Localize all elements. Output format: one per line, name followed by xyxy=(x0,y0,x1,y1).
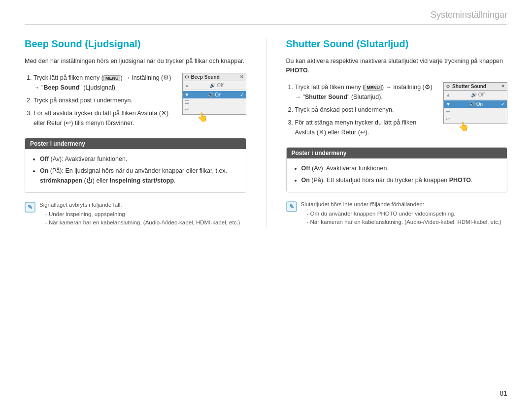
right-step-3: För att stänga menyn trycker du lätt på … xyxy=(295,118,436,137)
right-steps-list: Tryck lätt på fliken meny (MENU) → instä… xyxy=(286,82,436,140)
left-step-1: Tryck lätt på fliken meny (MENU) → instä… xyxy=(33,73,174,93)
right-menu-titlebar: ⚙ Shutter Sound ✕ xyxy=(444,83,507,91)
right-note-list: Om du använder knappen PHOTO under video… xyxy=(301,210,508,227)
hand-cursor-icon: 👆 xyxy=(197,112,246,123)
svg-text:✎: ✎ xyxy=(28,204,33,211)
left-menu-titlebar: ⚙ Beep Sound ✕ xyxy=(183,73,246,81)
left-column: Beep Sound (Ljudsignal) Med den här inst… xyxy=(25,38,246,227)
left-poster-item-2: On (På): En ljudsignal hörs när du använ… xyxy=(40,166,239,186)
right-note-box: ✎ Slutarljudet hörs inte under följande … xyxy=(286,200,508,227)
left-menu-body: ▲ 🔊 Off ▼ 🔊 On ✓ ☰ xyxy=(183,81,246,114)
right-menu-body: ▲ 🔊 Off ▼ 🔊 On ✓ ☰ xyxy=(444,91,507,124)
right-poster-item-2: On (På): Ett slutarljud hörs när du tryc… xyxy=(301,175,500,185)
right-menu-close: ✕ xyxy=(501,84,505,89)
left-section-title: Beep Sound (Ljudsignal) xyxy=(25,38,246,50)
gear-icon: ⚙ xyxy=(163,74,169,81)
left-poster-header: Poster i undermeny xyxy=(25,138,246,149)
left-note-item-2: När kameran har en kabelanslutning. (Aud… xyxy=(45,219,246,227)
gear-icon-small-right: ⚙ xyxy=(446,84,450,89)
left-note-title: Signalläget avbryts i följande fall: xyxy=(39,201,246,209)
page-header: Systeminställningar xyxy=(25,10,507,25)
left-menu-title: Beep Sound xyxy=(191,74,220,80)
right-menu-highlighted-row: ▼ 🔊 On ✓ xyxy=(444,100,507,108)
gear-icon-right: ⚙ xyxy=(425,84,431,91)
return-icon-right: ↩ xyxy=(360,129,366,136)
left-item1-bold: Off xyxy=(40,156,49,162)
left-menu-highlighted-row: ▼ 🔊 On ✓ xyxy=(183,91,246,98)
left-note-box: ✎ Signalläget avbryts i följande fall: U… xyxy=(25,201,246,227)
close-icon: ✕ xyxy=(161,110,166,117)
right-steps-with-image: Tryck lätt på fliken meny (MENU) → instä… xyxy=(286,82,508,140)
svg-text:✎: ✎ xyxy=(289,203,294,210)
right-menu-title: Shutter Sound xyxy=(452,84,486,89)
right-intro: Du kan aktivera respektive inaktivera sl… xyxy=(286,57,508,75)
page-container: Systeminställningar Beep Sound (Ljudsign… xyxy=(0,0,532,407)
right-poster-header: Poster i undermeny xyxy=(287,148,507,158)
right-step-1: Tryck lätt på fliken meny (MENU) → instä… xyxy=(295,82,436,102)
right-section-title: Shutter Sound (Slutarljud) xyxy=(286,38,508,50)
right-item2-bold: On xyxy=(301,177,310,184)
right-step-2: Tryck på önskad post i undermenyn. xyxy=(295,105,436,115)
menu-kbd: MENU xyxy=(103,75,121,81)
note-icon-right: ✎ xyxy=(286,201,297,212)
left-note-content: Signalläget avbryts i följande fall: Und… xyxy=(39,201,246,227)
left-menu-close: ✕ xyxy=(240,74,244,79)
two-col-layout: Beep Sound (Ljudsignal) Med den här inst… xyxy=(25,38,507,227)
left-menu-extra-row: ☰ xyxy=(183,98,246,106)
left-poster-box: Poster i undermeny Off (Av): Avaktiverar… xyxy=(25,138,246,193)
right-column: Shutter Sound (Slutarljud) Du kan aktive… xyxy=(286,38,508,227)
close-icon-right: ✕ xyxy=(319,129,324,136)
gear-icon-small: ⚙ xyxy=(185,74,189,80)
right-item1-bold: Off xyxy=(301,165,310,172)
left-poster-item-1: Off (Av): Avaktiverar funktionen. xyxy=(40,154,239,164)
page-number: 81 xyxy=(499,389,507,397)
menu-kbd-right: MENU xyxy=(365,85,382,91)
right-poster-box: Poster i undermeny Off (Av): Avaktiverar… xyxy=(286,147,508,192)
return-icon: ↩ xyxy=(66,120,71,126)
left-note-list: Under inspelning, uppspelning När kamera… xyxy=(39,210,246,227)
left-menu-screenshot: ⚙ Beep Sound ✕ ▲ 🔊 Off xyxy=(182,73,246,115)
left-menu-mockup: ⚙ Beep Sound ✕ ▲ 🔊 Off xyxy=(182,73,246,131)
right-menu-screenshot: ⚙ Shutter Sound ✕ ▲ 🔊 Off xyxy=(443,82,507,124)
left-step-3: För att avsluta trycker du lätt på flike… xyxy=(33,108,174,128)
left-steps-with-image: Tryck lätt på fliken meny (MENU) → instä… xyxy=(25,73,246,131)
note-icon-left: ✎ xyxy=(25,202,35,213)
left-step-2: Tryck på önskad post i undermenyn. xyxy=(33,95,174,105)
right-poster-item-1: Off (Av): Avaktiverar funktionen. xyxy=(301,163,500,173)
right-menu-mockup: ⚙ Shutter Sound ✕ ▲ 🔊 Off xyxy=(443,82,507,140)
right-note-title: Slutarljudet hörs inte under följande fö… xyxy=(301,200,508,209)
right-menu-extra-row: ☰ xyxy=(444,108,507,115)
col-divider xyxy=(266,38,266,227)
left-intro: Med den här inställningen hörs en ljudsi… xyxy=(25,57,246,66)
hand-cursor-icon-right: 👆 xyxy=(458,121,507,132)
right-poster-body: Off (Av): Avaktiverar funktionen. On (På… xyxy=(287,158,507,192)
right-note-content: Slutarljudet hörs inte under följande fö… xyxy=(301,200,508,227)
left-steps-list: Tryck lätt på fliken meny (MENU) → instä… xyxy=(25,73,174,131)
left-item2-bold: On xyxy=(40,167,48,174)
left-poster-body: Off (Av): Avaktiverar funktionen. On (På… xyxy=(25,149,246,192)
right-note-item-2: När kameran har en kabelanslutning. (Aud… xyxy=(307,218,508,226)
page-title: Systeminställningar xyxy=(431,10,507,20)
right-note-item-1: Om du använder knappen PHOTO under video… xyxy=(307,210,508,218)
left-note-item-1: Under inspelning, uppspelning xyxy=(45,210,246,219)
